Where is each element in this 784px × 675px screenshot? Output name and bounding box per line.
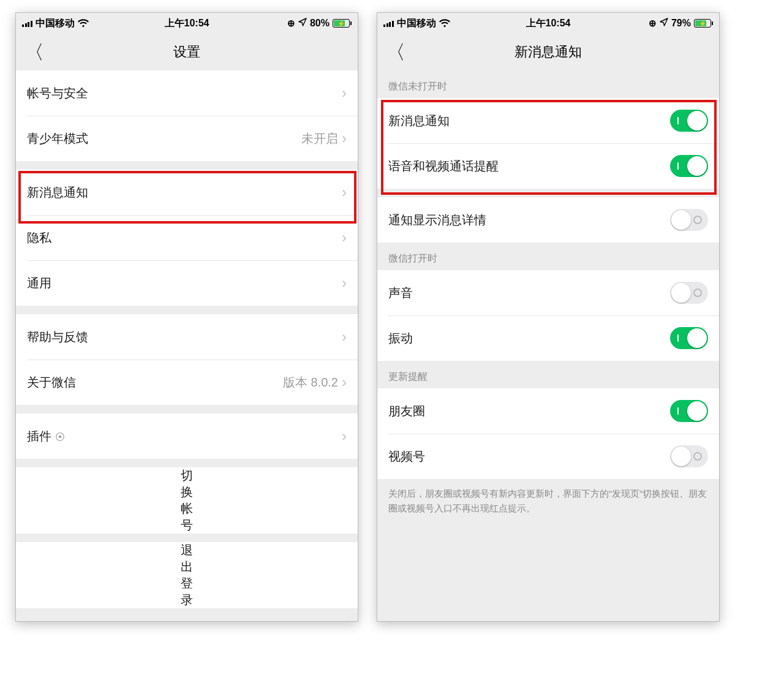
nav-bar: 〈 新消息通知: [377, 34, 719, 70]
battery-icon: ⚡: [694, 19, 713, 28]
toggle-channels[interactable]: [670, 445, 708, 467]
page-title: 新消息通知: [514, 43, 582, 61]
cell-value: 未开启: [301, 130, 338, 147]
cell-logout[interactable]: 退出登录: [16, 542, 358, 608]
nav-bar: 〈 设置: [16, 34, 358, 70]
cell-label: 通知显示消息详情: [388, 212, 670, 228]
cell-switch-account[interactable]: 切换帐号: [16, 467, 358, 534]
cell-label: 通用: [27, 275, 342, 292]
section-title-updates: 更新提醒: [377, 361, 719, 388]
back-button[interactable]: 〈: [24, 42, 44, 62]
chevron-right-icon: ›: [342, 276, 347, 290]
phone-notifications: 中国移动 上午10:54 ⊕ 79% ⚡ 〈 新消息通知 微信未打开时 新消息通…: [377, 12, 720, 622]
cell-label: 朋友圈: [388, 403, 670, 420]
chevron-right-icon: ›: [342, 330, 347, 344]
wifi-icon: [78, 19, 89, 28]
cell-value: 版本 8.0.2: [283, 374, 338, 391]
chevron-right-icon: ›: [342, 86, 347, 100]
row-channels: 视频号: [377, 434, 719, 479]
rotation-lock-icon: ⊕: [649, 18, 657, 29]
chevron-right-icon: ›: [342, 429, 347, 443]
row-show-detail: 通知显示消息详情: [377, 197, 719, 243]
chevron-right-icon: ›: [342, 185, 347, 200]
plugin-icon: ⦿: [55, 432, 65, 442]
cell-label: 振动: [388, 330, 670, 347]
row-vibrate: 振动: [377, 315, 719, 361]
cell-about[interactable]: 关于微信 版本 8.0.2 ›: [16, 360, 358, 405]
toggle-voice-video[interactable]: [670, 155, 708, 177]
cell-label: 声音: [388, 285, 670, 301]
chevron-right-icon: ›: [342, 131, 347, 146]
page-title: 设置: [173, 43, 200, 61]
toggle-show-detail[interactable]: [670, 209, 708, 231]
row-sound: 声音: [377, 270, 719, 315]
cell-account-security[interactable]: 帐号与安全 ›: [16, 70, 358, 116]
toggle-sound[interactable]: [670, 282, 708, 304]
row-new-msg-notify: 新消息通知: [377, 98, 719, 143]
section-title-closed: 微信未打开时: [377, 70, 719, 98]
toggle-new-msg[interactable]: [670, 110, 708, 132]
back-button[interactable]: 〈: [386, 42, 405, 62]
chevron-right-icon: ›: [342, 230, 347, 245]
cell-label: 帐号与安全: [27, 85, 342, 102]
carrier-label: 中国移动: [36, 17, 75, 30]
section-title-open: 微信打开时: [377, 243, 719, 270]
battery-percent: 79%: [671, 18, 691, 29]
cell-label: 新消息通知: [27, 184, 342, 201]
cell-help-feedback[interactable]: 帮助与反馈 ›: [16, 314, 358, 360]
battery-percent: 80%: [310, 18, 330, 29]
cell-label: 切换帐号: [181, 467, 193, 534]
cell-label: 视频号: [388, 448, 670, 465]
clock: 上午10:54: [526, 17, 571, 30]
cell-general[interactable]: 通用 ›: [16, 260, 358, 306]
row-voice-video: 语音和视频通话提醒: [377, 143, 719, 189]
phone-settings: 中国移动 上午10:54 ⊕ 80% ⚡ 〈 设置 帐号与安全 › 青少年模式: [15, 12, 358, 622]
clock: 上午10:54: [165, 17, 209, 30]
status-bar: 中国移动 上午10:54 ⊕ 80% ⚡: [16, 13, 358, 34]
battery-icon: ⚡: [333, 19, 352, 28]
cell-label: 语音和视频通话提醒: [388, 158, 670, 175]
toggle-vibrate[interactable]: [670, 327, 708, 349]
cell-label: 退出登录: [181, 542, 193, 608]
footer-note: 关闭后，朋友圈或视频号有新内容更新时，界面下方的“发现页”切换按钮、朋友圈或视频…: [377, 479, 719, 516]
cell-label: 新消息通知: [388, 113, 670, 129]
cell-label: 隐私: [27, 230, 342, 246]
chevron-right-icon: ›: [342, 375, 347, 390]
rotation-lock-icon: ⊕: [287, 18, 295, 29]
location-icon: [298, 18, 307, 29]
cell-youth-mode[interactable]: 青少年模式 未开启 ›: [16, 116, 358, 161]
signal-icon: [22, 20, 32, 27]
location-icon: [660, 18, 668, 29]
cell-label: 青少年模式: [27, 130, 301, 147]
cell-new-msg-notify[interactable]: 新消息通知 ›: [16, 170, 358, 215]
cell-label: 帮助与反馈: [27, 329, 342, 345]
cell-privacy[interactable]: 隐私 ›: [16, 215, 358, 260]
signal-icon: [383, 20, 394, 27]
carrier-label: 中国移动: [397, 17, 436, 30]
toggle-moments[interactable]: [670, 400, 708, 422]
cell-plugins[interactable]: 插件⦿ ›: [16, 413, 358, 459]
cell-label: 插件⦿: [27, 428, 342, 445]
row-moments: 朋友圈: [377, 388, 719, 434]
cell-label: 关于微信: [27, 374, 283, 391]
wifi-icon: [439, 19, 450, 28]
status-bar: 中国移动 上午10:54 ⊕ 79% ⚡: [377, 13, 719, 34]
